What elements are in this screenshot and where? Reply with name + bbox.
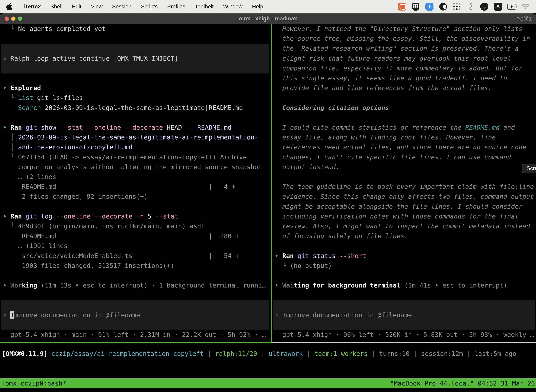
menu-items: iTerm2 Shell Edit View Session Scripts P… <box>0 3 268 10</box>
thinking-text: might be acceptable alongside the file l… <box>275 202 522 212</box>
menu-item-view[interactable]: View <box>86 4 107 10</box>
ralph-loop-line: › Ralph loop active continue [OMX_TMUX_I… <box>3 54 178 64</box>
squiggle-icon[interactable] <box>466 2 475 11</box>
prompt-input-line: › Improve documentation in @filename <box>275 310 412 320</box>
thinking-text: evidence. Since this change only affects… <box>275 191 534 202</box>
diffstat-summary: 2 files changed, 92 insertions(+) <box>3 191 148 202</box>
menu-item-profiles[interactable]: Profiles <box>162 4 190 10</box>
left-terminal-pane[interactable]: └ No agents completed yet› Ralph loop ac… <box>0 24 271 342</box>
thinking-text: including verification notes with those … <box>275 211 519 221</box>
diffstat-summary: 1903 files changed, 513517 insertions(+) <box>3 261 174 271</box>
explored-header: • Explored <box>3 83 41 93</box>
active-pane-border <box>0 342 272 343</box>
working-status-line: • Working (11m 13s • esc to interrupt) ·… <box>3 280 266 290</box>
assistant-a-icon[interactable]: A <box>493 2 502 11</box>
waiting-status-line: • Waiting for background terminal (1m 41… <box>275 280 507 290</box>
pie-chart-icon[interactable] <box>439 2 448 11</box>
elided-lines: … +1901 lines <box>3 241 67 251</box>
thinking-text: review. Also, I might want to inspect th… <box>275 221 530 231</box>
thinking-text: However, I noticed the "Directory Struct… <box>275 24 522 34</box>
commit-line: └ 4b9d30f (origin/main, instructkr/main,… <box>3 221 205 231</box>
inactive-pane-border <box>272 342 536 343</box>
explored-list-line: └ List git ls-files <box>3 93 83 103</box>
menu-item-iterm2[interactable]: iTerm2 <box>19 4 46 10</box>
menu-bar: iTerm2 Shell Edit View Session Scripts P… <box>0 0 536 13</box>
commit-line: companion analysis without altering the … <box>3 162 262 172</box>
thinking-text: The team guideline is to back every impo… <box>275 182 534 192</box>
thinking-text: provide file and line references from th… <box>275 83 492 93</box>
commit-line: └ 067f154 (HEAD -> essay/ai-reimplementa… <box>3 152 247 162</box>
thinking-text: essay file, along with finding root file… <box>275 132 496 142</box>
tmux-session-label[interactable]: [omx-cczip0:bash* <box>0 380 66 387</box>
menu-item-toolbelt[interactable]: Toolbelt <box>190 4 218 10</box>
menu-item-shell[interactable]: Shell <box>46 4 67 10</box>
thinking-text: this single essay, it seems like a good … <box>275 73 507 83</box>
thinking-text: slight risk that future readers may over… <box>275 54 511 64</box>
ran-git-status-line: • Ran git status --short <box>275 251 366 261</box>
terminal-area: └ No agents completed yet› Ralph loop ac… <box>0 24 536 392</box>
thinking-text: of focusing solely on file lines. <box>275 231 408 241</box>
command-output-line: └ (no output) <box>275 261 332 271</box>
menu-item-scripts[interactable]: Scripts <box>136 4 163 10</box>
model-status-line: gpt-5.4 xhigh · main · 91% left · 2.31M … <box>3 330 266 340</box>
chat-badge-icon[interactable] <box>397 2 407 11</box>
right-terminal-pane[interactable]: However, I noticed the "Directory Struct… <box>272 24 536 342</box>
wrapped-filename-line: │ 2026-03-09-is-legal-the-same-as-legiti… <box>3 132 258 142</box>
dots-grid-icon[interactable] <box>452 2 461 11</box>
omx-status-line: [OMX#0.11.9] cczip/essay/ai-reimplementa… <box>2 349 516 359</box>
wifi-icon[interactable] <box>521 2 530 11</box>
agents-status-line: └ No agents completed yet <box>3 24 106 34</box>
percent-badge-icon[interactable]: ..61 <box>480 2 489 11</box>
menu-item-session[interactable]: Session <box>107 4 136 10</box>
diffstat-line: src/voice/voiceModeEnabled.ts | 54 + <box>3 251 239 261</box>
wrapped-filename-line: │ and-the-erosion-of-copyleft.md <box>3 142 132 152</box>
model-status-line: gpt-5.4 xhigh · 96% left · 520K in · 5.8… <box>275 330 534 340</box>
thinking-text: I could cite commit statistics or refere… <box>275 123 515 133</box>
ran-git-log-line: • Ran git log --oneline --decorate -n 5 … <box>3 211 178 221</box>
ran-git-show-line: • Ran git show --stat --oneline --decora… <box>3 123 232 133</box>
explored-search-line: Search 2026-03-09-is-legal-the-same-as-l… <box>3 103 243 113</box>
prompt-input-line: › Improve documentation in @filename <box>3 310 140 320</box>
thinking-text: the source tree, missing the essay. Stil… <box>275 34 530 44</box>
screen-overlay-label: Scre <box>526 165 536 172</box>
thinking-text: the "Related research writing" section i… <box>275 44 519 54</box>
menu-item-window[interactable]: Window <box>218 4 247 10</box>
thinking-text: references need actual files, and since … <box>275 142 526 152</box>
screen-overlay-chip[interactable]: Scre <box>522 164 536 173</box>
pane-divider[interactable] <box>271 24 272 342</box>
window-shortcut: ⌥⌘1 <box>517 13 532 24</box>
tmux-status-bar: [omx-cczip0:bash* "MacBook-Pro-44.local"… <box>0 378 536 388</box>
battery-icon[interactable] <box>507 2 516 11</box>
tmux-host-clock: "MacBook-Pro-44.local" 04:52 31-Mar-26 <box>390 380 536 387</box>
thinking-text: companion file, especially if more comme… <box>275 63 522 73</box>
window-title-bar: omx --xhigh --madmax ⌥⌘1 <box>0 13 536 24</box>
menu-status-icons: ..61 A <box>397 2 536 11</box>
menu-item-help[interactable]: Help <box>247 4 268 10</box>
elided-lines: … +2 lines <box>3 172 56 182</box>
diffstat-line: README.md | 280 + <box>3 231 239 241</box>
thinking-text: changes, I can't cite specific file line… <box>275 152 511 162</box>
menu-item-edit[interactable]: Edit <box>67 4 86 10</box>
verified-badge-icon[interactable] <box>425 2 434 11</box>
shield-grid-icon[interactable] <box>411 2 420 11</box>
window-title: omx --xhigh --madmax <box>0 13 536 24</box>
diffstat-line: README.md | 4 + <box>3 182 235 192</box>
thinking-heading: Considering citation options <box>275 103 389 113</box>
thinking-text: output instead. <box>275 162 340 172</box>
apple-icon[interactable] <box>6 3 13 10</box>
